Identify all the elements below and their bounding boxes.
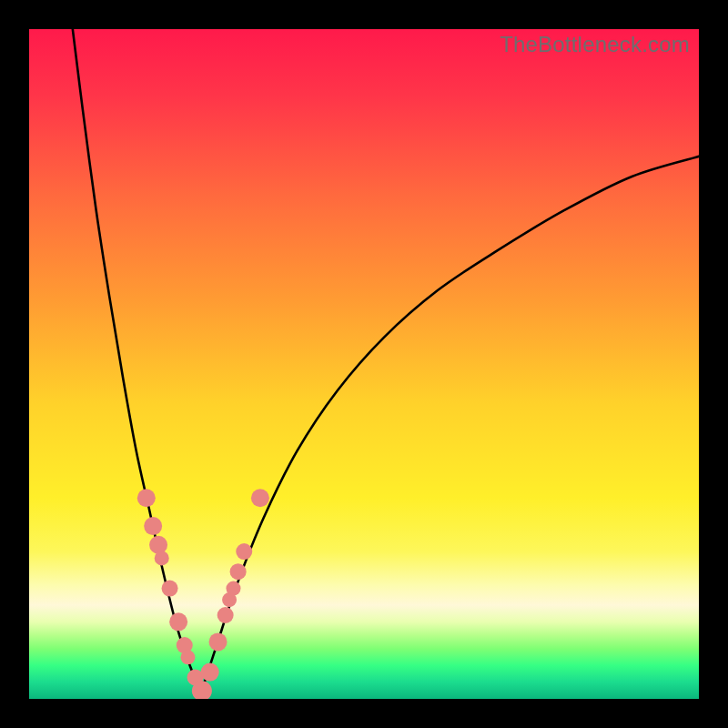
- marker-point: [137, 489, 156, 507]
- curve-left-branch: [73, 29, 201, 693]
- watermark-text: TheBottleneck.com: [500, 32, 690, 57]
- marker-point: [217, 607, 234, 623]
- marker-point: [162, 581, 178, 597]
- marker-point: [251, 489, 269, 507]
- marker-point: [155, 551, 169, 565]
- marker-point: [169, 612, 187, 631]
- marker-point: [149, 536, 167, 554]
- marker-group: [137, 489, 269, 699]
- marker-point: [201, 663, 219, 682]
- marker-point: [180, 650, 195, 664]
- curve-right-branch: [201, 157, 699, 693]
- marker-point: [230, 563, 247, 580]
- chart-svg: [29, 29, 699, 699]
- marker-point: [209, 632, 228, 651]
- marker-point: [236, 543, 252, 560]
- outer-frame: TheBottleneck.com: [0, 0, 728, 728]
- plot-area: TheBottleneck.com: [29, 29, 699, 699]
- marker-point: [144, 517, 162, 535]
- marker-point: [226, 581, 240, 596]
